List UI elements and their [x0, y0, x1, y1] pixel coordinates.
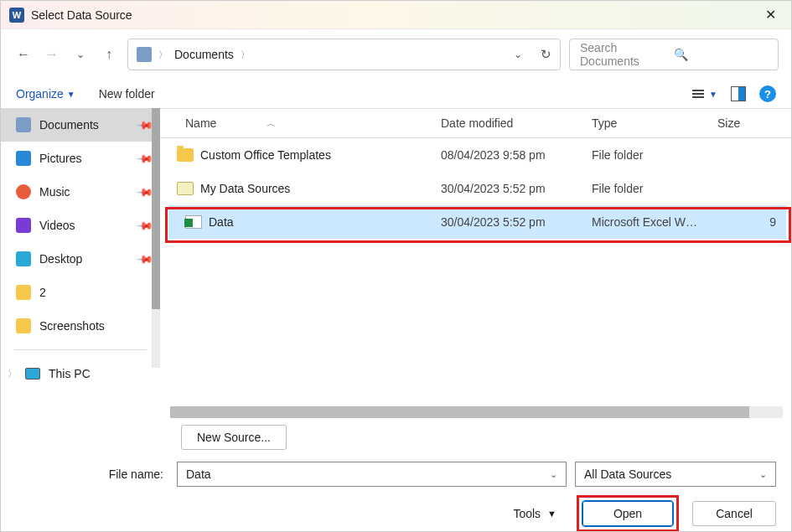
caret-down-icon: ▼ — [547, 509, 556, 519]
sidebar-divider — [14, 349, 147, 350]
file-row[interactable]: My Data Sources 30/04/2023 5:52 pm File … — [160, 172, 791, 205]
organize-label: Organize — [16, 87, 64, 101]
excel-file-icon — [185, 215, 202, 229]
title-bar: W Select Data Source ✕ — [1, 1, 791, 29]
filetype-value: All Data Sources — [584, 467, 759, 481]
sidebar-item-music[interactable]: Music 📌 — [1, 175, 160, 209]
sidebar-scrollbar[interactable] — [152, 108, 160, 368]
file-type: File folder — [592, 182, 717, 195]
scrollbar-thumb[interactable] — [170, 406, 749, 418]
filename-input[interactable]: Data ⌄ — [177, 462, 567, 487]
chevron-right-icon: 〉 — [241, 49, 250, 61]
filename-value: Data — [186, 467, 550, 481]
column-size[interactable]: Size — [717, 116, 791, 130]
file-list: Custom Office Templates 08/04/2023 9:58 … — [160, 138, 791, 406]
search-icon: 🔍 — [674, 48, 768, 61]
folder-icon — [16, 318, 31, 333]
sidebar: Documents 📌 Pictures 📌 Music 📌 Videos 📌 — [1, 108, 160, 418]
caret-down-icon[interactable]: ⌄ — [759, 469, 767, 480]
sidebar-item-screenshots[interactable]: Screenshots — [1, 309, 160, 343]
documents-icon — [16, 117, 31, 132]
column-headers: Name︿ Date modified Type Size — [160, 108, 791, 138]
file-row-selected[interactable]: Data 30/04/2023 5:52 pm Microsoft Excel … — [168, 205, 786, 239]
horizontal-scrollbar[interactable] — [170, 406, 783, 418]
sidebar-item-documents[interactable]: Documents 📌 — [1, 108, 160, 142]
sidebar-item-label: This PC — [49, 367, 91, 380]
sidebar-item-label: Documents — [39, 118, 130, 132]
music-icon — [16, 184, 31, 199]
file-row[interactable]: Custom Office Templates 08/04/2023 9:58 … — [160, 138, 791, 172]
cancel-button[interactable]: Cancel — [692, 501, 776, 526]
folder-icon — [16, 285, 31, 300]
file-name: Data — [209, 215, 234, 229]
file-date: 30/04/2023 5:52 pm — [441, 182, 592, 195]
preview-pane-button[interactable] — [729, 85, 748, 103]
file-size: 9 — [717, 215, 786, 229]
chevron-right-icon: 〉 — [158, 49, 168, 61]
videos-icon — [16, 218, 31, 233]
column-name[interactable]: Name︿ — [185, 116, 441, 130]
sidebar-item-desktop[interactable]: Desktop 📌 — [1, 242, 160, 276]
sidebar-item-pictures[interactable]: Pictures 📌 — [1, 142, 160, 175]
location-icon — [137, 47, 152, 62]
view-menu[interactable]: ▼ — [692, 90, 717, 99]
caret-down-icon: ▼ — [709, 90, 717, 99]
file-date: 30/04/2023 5:52 pm — [441, 215, 592, 229]
sidebar-item-folder-2[interactable]: 2 — [1, 276, 160, 309]
recent-dropdown[interactable]: ⌄ — [70, 44, 91, 65]
sidebar-item-label: Screenshots — [39, 319, 152, 333]
pictures-icon — [16, 151, 31, 166]
file-date: 08/04/2023 9:58 pm — [441, 148, 592, 162]
scrollbar-thumb[interactable] — [152, 108, 160, 309]
back-button[interactable]: ← — [13, 44, 34, 65]
tools-label: Tools — [513, 507, 541, 520]
caret-down-icon: ▼ — [67, 90, 75, 99]
file-pane: Name︿ Date modified Type Size Custom Off… — [160, 108, 791, 418]
new-folder-button[interactable]: New folder — [99, 87, 155, 101]
filename-label: File name: — [1, 467, 168, 481]
sidebar-item-label: Desktop — [39, 252, 130, 266]
help-button[interactable]: ? — [759, 85, 776, 102]
filetype-select[interactable]: All Data Sources ⌄ — [575, 462, 776, 487]
sidebar-item-label: Videos — [39, 219, 130, 232]
folder-icon — [177, 148, 194, 162]
refresh-button[interactable]: ↻ — [541, 47, 551, 62]
up-button[interactable]: ↑ — [99, 44, 119, 65]
close-button[interactable]: ✕ — [758, 3, 783, 26]
search-input[interactable]: Search Documents 🔍 — [569, 39, 779, 70]
list-view-icon — [692, 90, 704, 98]
sidebar-item-label: Music — [39, 185, 130, 199]
sort-asc-icon: ︿ — [267, 117, 276, 130]
sidebar-item-videos[interactable]: Videos 📌 — [1, 209, 160, 242]
open-button[interactable]: Open — [582, 501, 673, 526]
column-type[interactable]: Type — [592, 116, 717, 130]
tools-menu[interactable]: Tools ▼ — [513, 507, 556, 520]
chevron-right-icon[interactable]: 〉 — [8, 368, 17, 380]
organize-menu[interactable]: Organize ▼ — [16, 87, 75, 101]
sidebar-item-this-pc[interactable]: 〉 This PC — [1, 357, 160, 385]
sidebar-item-label: 2 — [39, 286, 152, 299]
highlight-annotation: Open — [577, 495, 679, 532]
pc-icon — [25, 368, 40, 380]
file-name: Custom Office Templates — [200, 148, 331, 162]
word-app-icon: W — [9, 8, 24, 23]
command-row: Organize ▼ New folder ▼ ? — [1, 80, 791, 108]
search-placeholder: Search Documents — [580, 41, 674, 68]
data-source-folder-icon — [177, 182, 194, 195]
sidebar-item-label: Pictures — [39, 152, 130, 165]
file-type: Microsoft Excel W… — [592, 215, 717, 229]
new-source-button[interactable]: New Source... — [181, 425, 287, 450]
column-date[interactable]: Date modified — [441, 116, 592, 130]
caret-down-icon[interactable]: ⌄ — [550, 469, 557, 480]
address-bar[interactable]: 〉 Documents 〉 ⌄ ↻ — [127, 39, 561, 70]
nav-row: ← → ⌄ ↑ 〉 Documents 〉 ⌄ ↻ Search Documen… — [1, 29, 791, 80]
file-name: My Data Sources — [200, 182, 290, 195]
desktop-icon — [16, 251, 31, 266]
breadcrumb-location[interactable]: Documents — [174, 48, 234, 61]
file-type: File folder — [592, 148, 717, 162]
forward-button[interactable]: → — [42, 44, 62, 65]
address-dropdown[interactable]: ⌄ — [514, 49, 522, 60]
dialog-title: Select Data Source — [31, 8, 758, 22]
